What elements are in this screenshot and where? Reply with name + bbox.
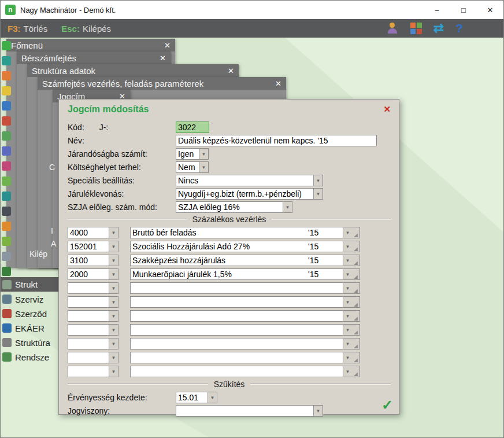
koltseghely-combo[interactable]: Nem ▼ <box>176 161 209 173</box>
sidebar-shortcut-icon-8[interactable] <box>2 146 11 156</box>
dropdown-arrow-icon[interactable]: ▼ <box>343 366 352 377</box>
sidebar-shortcut-icon-7[interactable] <box>2 131 11 141</box>
dropdown-arrow-icon[interactable]: ▼ <box>283 202 292 212</box>
sidebar-shortcut-icon-9[interactable] <box>2 161 11 171</box>
close-button[interactable]: ✕ <box>477 1 503 19</box>
percent-code-combo[interactable]: ▼ <box>68 324 118 336</box>
dropdown-arrow-icon[interactable]: ▼ <box>343 352 352 363</box>
minimize-button[interactable]: – <box>424 1 450 19</box>
jogviszony-combo[interactable]: ▼ <box>176 405 323 417</box>
window-szamfejtes-vezerles-titlebar[interactable]: Számfejtés vezérlés, feladás paraméterek… <box>38 77 286 90</box>
percent-code-combo[interactable]: ▼ <box>68 366 118 377</box>
sidebar-item-szerviz[interactable]: Szerviz <box>2 293 58 306</box>
sidebar-item-rendszer[interactable]: Rendsze <box>2 351 58 363</box>
window-struktura-adatok-titlebar[interactable]: Struktúra adatok ✕ <box>27 64 239 77</box>
percent-name-combo[interactable]: ▼ ◢ <box>130 282 360 294</box>
percent-code-combo[interactable]: ▼ <box>68 352 118 363</box>
dropdown-arrow-icon[interactable]: ▼ <box>109 311 118 321</box>
percent-name-combo[interactable]: Szakképzési hozzájárulás '15 ▼ ◢ <box>130 255 360 266</box>
picker-triangle-icon[interactable]: ◢ <box>352 283 360 293</box>
percent-name-combo[interactable]: ▼ ◢ <box>130 296 360 308</box>
sidebar-shortcut-icon-11[interactable] <box>2 192 11 201</box>
sidebar-shortcut-icon-5[interactable] <box>2 101 11 111</box>
dropdown-arrow-icon[interactable]: ▼ <box>109 269 118 279</box>
sidebar-shortcut-icon-4[interactable] <box>2 86 11 95</box>
sidebar-shortcut-icon-10[interactable] <box>2 176 11 186</box>
percent-code-combo[interactable]: 2000 ▼ <box>68 268 118 280</box>
sidebar-shortcut-icon-3[interactable] <box>2 71 11 80</box>
picker-triangle-icon[interactable]: ◢ <box>352 352 360 363</box>
percent-name-combo[interactable]: ▼ ◢ <box>130 310 360 322</box>
picker-triangle-icon[interactable]: ◢ <box>352 241 360 252</box>
percent-name-combo[interactable]: Szociális Hozzájárulási Adó 27% '15 ▼ ◢ <box>130 241 360 252</box>
picker-triangle-icon[interactable]: ◢ <box>352 338 360 349</box>
dropdown-arrow-icon[interactable]: ▼ <box>109 366 118 377</box>
close-icon[interactable]: ✕ <box>164 41 171 50</box>
percent-code-combo[interactable]: ▼ <box>68 310 118 322</box>
ervenyesseg-combo[interactable]: 15.01 ▼ <box>176 392 217 403</box>
dropdown-arrow-icon[interactable]: ▼ <box>343 325 352 335</box>
dropdown-arrow-icon[interactable]: ▼ <box>343 269 352 279</box>
specialis-combo[interactable]: Nincs ▼ <box>176 175 323 186</box>
picker-triangle-icon[interactable]: ◢ <box>352 255 360 266</box>
dropdown-arrow-icon[interactable]: ▼ <box>343 297 352 307</box>
sidebar-item-struktura[interactable]: Struktúra <box>2 336 58 349</box>
dropdown-arrow-icon[interactable]: ▼ <box>109 297 118 307</box>
kod-input[interactable]: 3022 <box>176 122 209 133</box>
picker-triangle-icon[interactable]: ◢ <box>352 325 360 335</box>
sidebar-item-struktura-active[interactable]: Strukt <box>1 277 58 292</box>
dropdown-arrow-icon[interactable]: ▼ <box>109 283 118 293</box>
picker-triangle-icon[interactable]: ◢ <box>352 269 360 279</box>
percent-code-combo[interactable]: ▼ <box>68 282 118 294</box>
sidebar-shortcut-icon-2[interactable] <box>2 56 11 65</box>
help-icon[interactable]: ? <box>455 22 463 35</box>
percent-name-combo[interactable]: ▼ ◢ <box>130 338 360 349</box>
dropdown-arrow-icon[interactable]: ▼ <box>343 241 352 252</box>
dropdown-arrow-icon[interactable]: ▼ <box>109 241 118 252</box>
sidebar-item-ekaer[interactable]: EKÁER <box>2 322 58 334</box>
dropdown-arrow-icon[interactable]: ▼ <box>343 255 352 266</box>
percent-code-combo[interactable]: 152001 ▼ <box>68 241 118 252</box>
close-icon[interactable]: ✕ <box>228 67 234 75</box>
percent-code-combo[interactable]: ▼ <box>68 296 118 308</box>
sidebar-shortcut-icon-14[interactable] <box>2 237 11 246</box>
szja-combo[interactable]: SZJA előleg 16% ▼ <box>176 201 292 213</box>
close-icon[interactable]: ✕ <box>160 54 166 62</box>
transfer-arrows-icon[interactable]: ⇄ <box>433 22 444 35</box>
dropdown-arrow-icon[interactable]: ▼ <box>199 149 208 159</box>
dropdown-arrow-icon[interactable]: ▼ <box>207 392 217 403</box>
sidebar-shortcut-icon-1[interactable] <box>2 41 11 50</box>
percent-code-combo[interactable]: 3100 ▼ <box>68 255 118 266</box>
sidebar-item-szerzodesek[interactable]: Szerződ <box>2 307 58 320</box>
toolbar-delete-shortcut[interactable]: F3: Törlés <box>8 24 47 34</box>
jarulek-combo[interactable]: Nyugdíj+eg.bizt (term.b.+pénzbeli) ▼ <box>176 188 323 200</box>
dropdown-arrow-icon[interactable]: ▼ <box>343 338 352 349</box>
percent-name-combo[interactable]: ▼ ◢ <box>130 352 360 363</box>
dropdown-arrow-icon[interactable]: ▼ <box>109 338 118 349</box>
sidebar-shortcut-icon-15[interactable] <box>2 252 11 261</box>
toolbar-exit-shortcut[interactable]: Esc: Kilépés <box>61 24 111 34</box>
dropdown-arrow-icon[interactable]: ▼ <box>109 325 118 335</box>
dropdown-arrow-icon[interactable]: ▼ <box>313 406 323 416</box>
dropdown-arrow-icon[interactable]: ▼ <box>343 311 352 321</box>
user-icon[interactable] <box>386 22 399 35</box>
sidebar-shortcut-icon-13[interactable] <box>2 222 11 231</box>
dropdown-arrow-icon[interactable]: ▼ <box>109 227 118 238</box>
apps-grid-icon[interactable] <box>410 23 422 34</box>
nev-input[interactable]: Duális képzés-közvetlenül nem kapcs. '15 <box>176 135 377 146</box>
dialog-close-icon[interactable]: ✕ <box>383 104 391 115</box>
dropdown-arrow-icon[interactable]: ▼ <box>109 255 118 266</box>
sidebar-shortcut-icon-16[interactable] <box>2 267 11 276</box>
picker-triangle-icon[interactable]: ◢ <box>352 227 360 238</box>
ok-checkmark-button[interactable]: ✓ <box>381 397 393 413</box>
dropdown-arrow-icon[interactable]: ▼ <box>313 189 323 199</box>
close-icon[interactable]: ✕ <box>275 79 281 88</box>
window-fomenu-titlebar[interactable]: Főmenü ✕ <box>6 39 175 51</box>
percent-code-combo[interactable]: ▼ <box>68 338 118 349</box>
dropdown-arrow-icon[interactable]: ▼ <box>313 175 323 186</box>
maximize-button[interactable]: □ <box>450 1 477 19</box>
percent-name-combo[interactable]: Munkaerőpiaci járulék 1,5% '15 ▼ ◢ <box>130 268 360 280</box>
dropdown-arrow-icon[interactable]: ▼ <box>343 283 352 293</box>
window-berszamfejtes-titlebar[interactable]: Bérszámfejtés ✕ <box>17 51 171 64</box>
percent-name-combo[interactable]: ▼ ◢ <box>130 324 360 336</box>
